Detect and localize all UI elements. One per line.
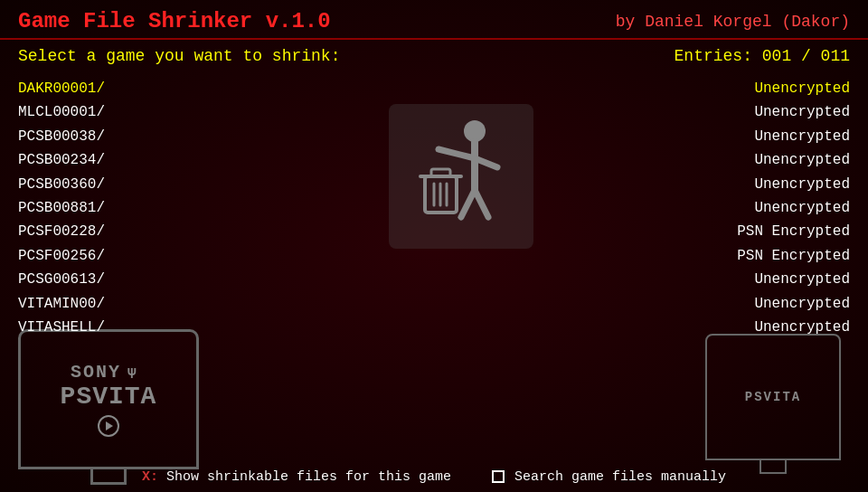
game-list-item[interactable]: PCSB00360/ <box>18 173 253 196</box>
encryption-status-item: Unencrypted <box>754 77 850 100</box>
encryption-status-item: PSN Encrypted <box>737 244 850 268</box>
game-list-item[interactable]: VITAMIN00/ <box>18 292 253 316</box>
app-title: Game File Shrinker v.1.0 <box>18 9 331 33</box>
entries-label: Entries: 001 / 011 <box>675 47 850 65</box>
delete-icon <box>389 104 533 249</box>
x-action-text: Show shrinkable files for this game <box>166 469 451 485</box>
svg-rect-8 <box>431 169 450 176</box>
encryption-status-item: Unencrypted <box>754 125 850 148</box>
vita-card-right-body: PSVITA <box>705 334 841 460</box>
svg-line-4 <box>461 190 475 217</box>
game-list: DAKR00001/MLCL00001/PCSB00038/PCSB00234/… <box>18 77 253 466</box>
game-list-item[interactable]: DAKR00001/ <box>18 77 253 100</box>
encryption-status-item: Unencrypted <box>754 292 850 316</box>
square-action-text: Search game files manually <box>514 469 726 485</box>
game-list-item[interactable]: PCSB00038/ <box>18 125 253 148</box>
encryption-status-item: Unencrypted <box>754 100 850 124</box>
vita-card-right: PSVITA <box>705 334 841 474</box>
game-list-item[interactable]: PCSB00881/ <box>18 196 253 220</box>
game-list-item[interactable]: PCSF00256/ <box>18 244 253 268</box>
select-label: Select a game you want to shrink: <box>18 47 340 65</box>
game-list-item[interactable]: PCSF00228/ <box>18 220 253 243</box>
author-label: by Daniel Korgel (Dakor) <box>616 13 850 31</box>
trash-person-icon <box>407 113 515 240</box>
subtitle-bar: Select a game you want to shrink: Entrie… <box>0 40 868 72</box>
svg-line-2 <box>439 149 475 158</box>
footer: X: Show shrinkable files for this game S… <box>0 469 868 485</box>
game-list-item[interactable]: MLCL00001/ <box>18 100 253 124</box>
encryption-status-item: Unencrypted <box>754 173 850 196</box>
svg-line-5 <box>475 190 488 217</box>
encryption-status-item: Unencrypted <box>754 268 850 291</box>
game-list-item[interactable]: PCSB00234/ <box>18 148 253 172</box>
center-panel <box>253 77 669 466</box>
encryption-status-item: PSN Encrypted <box>737 220 850 243</box>
encryption-status-item: Unencrypted <box>754 196 850 220</box>
square-button-icon <box>492 470 505 483</box>
vita-label-right: PSVITA <box>745 390 801 404</box>
game-list-item[interactable]: VITASHELL/ <box>18 316 253 339</box>
header: Game File Shrinker v.1.0 by Daniel Korge… <box>0 0 868 40</box>
encryption-status-item: Unencrypted <box>754 148 850 172</box>
game-list-item[interactable]: PCSG00613/ <box>18 268 253 291</box>
x-button-label: X: <box>142 469 158 485</box>
